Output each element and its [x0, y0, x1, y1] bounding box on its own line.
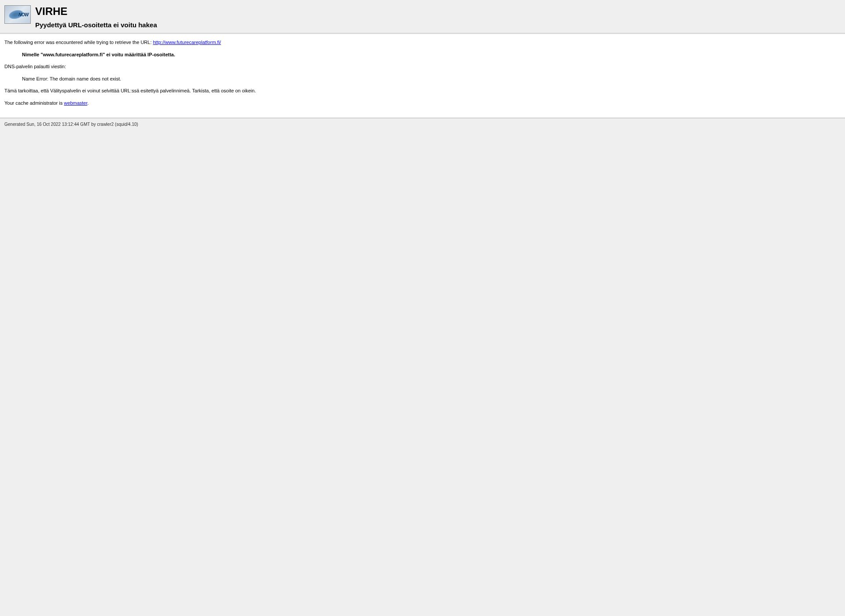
header-text-block: VIRHE Pyydettyä URL-osoitetta ei voitu h… [35, 5, 157, 29]
divider-bottom [0, 118, 845, 118]
intro-paragraph: The following error was encountered whil… [4, 39, 841, 47]
dns-message: Name Error: The domain name does not exi… [22, 75, 841, 83]
admin-paragraph: Your cache administrator is webmaster. [4, 99, 841, 107]
error-bold-message: Nimelle "www.futurecareplatform.fi" ei v… [22, 51, 841, 59]
divider-top [0, 33, 845, 33]
error-subtitle: Pyydettyä URL-osoitetta ei voitu hakea [35, 21, 157, 29]
explanation-text: Tämä tarkoittaa, että Välityspalvelin ei… [4, 87, 841, 95]
error-content: The following error was encountered whil… [0, 34, 845, 117]
footer: Generated Sun, 16 Oct 2022 13:12:44 GMT … [0, 119, 845, 129]
error-header: NOW VIRHE Pyydettyä URL-osoitetta ei voi… [0, 0, 845, 32]
admin-text: Your cache administrator is [4, 100, 64, 106]
logo-text: NOW [18, 12, 29, 17]
admin-suffix: . [88, 100, 89, 106]
webmaster-link[interactable]: webmaster [64, 100, 87, 106]
squid-logo: NOW [4, 5, 31, 24]
dns-label: DNS-palvelin palautti viestin: [4, 63, 841, 71]
intro-text: The following error was encountered whil… [4, 40, 153, 45]
error-title: VIRHE [35, 5, 157, 18]
generated-text: Generated Sun, 16 Oct 2022 13:12:44 GMT … [4, 122, 138, 127]
failed-url-link[interactable]: http://www.futurecareplatform.fi/ [153, 40, 221, 45]
